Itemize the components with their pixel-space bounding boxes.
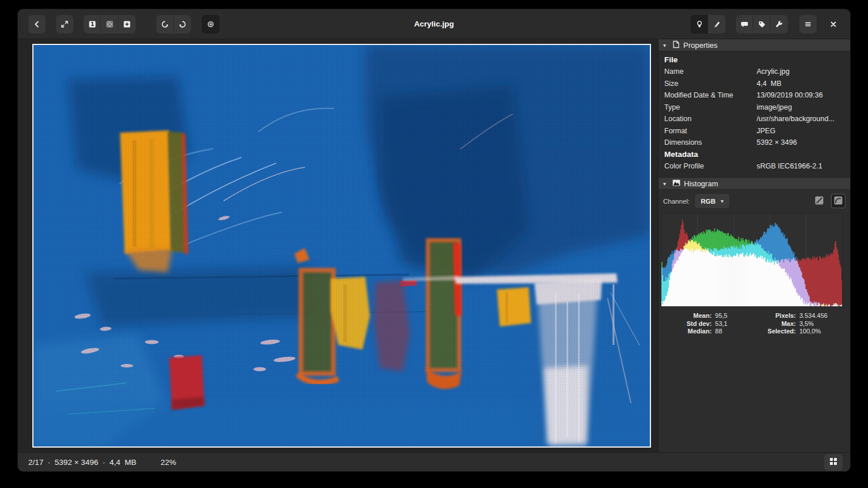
rotate-group — [156, 15, 191, 33]
linear-scale-button[interactable] — [812, 194, 826, 208]
zoom-group: 1 — [84, 15, 136, 33]
stat-row: Max:3,5% — [744, 320, 836, 328]
property-label: Color Profile — [664, 162, 757, 170]
property-label: Modified Date & Time — [664, 91, 757, 99]
property-row: Location/usr/share/background... — [664, 113, 844, 125]
stat-label: Mean: — [659, 312, 712, 320]
property-label: Type — [664, 103, 757, 111]
property-row: Dimensions5392 × 3496 — [664, 137, 844, 149]
wrench-icon — [775, 20, 784, 29]
properties-section-title: Properties — [683, 41, 717, 50]
status-bar: 2/17 · 5392 × 3496 · 4,4 MB 22% — [18, 452, 850, 471]
stat-row: Median:88 — [659, 328, 744, 336]
channel-label: Channel: — [663, 198, 690, 205]
main-menu-button[interactable] — [799, 15, 817, 33]
tools-button[interactable] — [770, 15, 788, 33]
logarithmic-scale-icon — [834, 196, 843, 207]
histogram-section-header[interactable]: ▾ Histogram — [659, 178, 850, 190]
linear-scale-icon — [815, 196, 824, 207]
brush-icon — [712, 20, 721, 29]
fullscreen-group — [56, 15, 73, 33]
properties-sidebar: ▾ Properties File NameAcrylic.jpgSize4,4… — [658, 39, 850, 452]
property-value: 13/09/2019 00:09:36 — [757, 91, 844, 99]
back-button[interactable] — [28, 15, 46, 33]
close-button[interactable] — [825, 15, 842, 33]
fullscreen-icon — [60, 20, 69, 29]
logarithmic-scale-button[interactable] — [831, 194, 845, 208]
file-heading: File — [664, 54, 844, 66]
stats-right-column: Pixels:3.534.456Max:3,5%Selected:100,0% — [744, 312, 836, 336]
fullscreen-button[interactable] — [56, 15, 73, 33]
histogram-image-icon — [672, 179, 680, 188]
property-value: 4,4 MB — [757, 80, 844, 88]
properties-section-header[interactable]: ▾ Properties — [659, 39, 850, 51]
property-label: Dimensions — [664, 138, 757, 147]
collapse-arrow-icon: ▾ — [663, 42, 669, 48]
stat-label: Median: — [659, 328, 712, 336]
contrast-toggle-button[interactable] — [202, 15, 219, 33]
back-icon — [32, 20, 42, 29]
menu-group — [799, 15, 817, 33]
metadata-rows: Color ProfilesRGB IEC61966-2.1 — [664, 160, 844, 172]
histogram-section-title: Histogram — [684, 179, 718, 188]
stat-label: Pixels: — [744, 312, 796, 320]
content-area: ▾ Properties File NameAcrylic.jpgSize4,4… — [18, 39, 850, 452]
image-canvas[interactable] — [32, 44, 651, 448]
zoom-fit-icon — [105, 20, 114, 29]
stat-value: 3.534.456 — [799, 312, 836, 320]
stat-value: 95,5 — [715, 312, 744, 320]
property-label: Location — [664, 115, 757, 123]
stat-value: 100,0% — [799, 328, 836, 336]
histogram-canvas — [661, 213, 842, 306]
property-value: JPEG — [757, 127, 844, 135]
histogram-stats: Mean:95,5Std dev:53,1Median:88 Pixels:3.… — [659, 307, 850, 336]
image-viewer-window: Acrylic.jpg — [17, 9, 851, 472]
artwork-acrylic-painting — [33, 45, 650, 446]
property-row: Modified Date & Time13/09/2019 00:09:36 — [664, 89, 844, 102]
tags-button[interactable] — [753, 15, 770, 33]
close-group — [825, 15, 842, 33]
image-view-area — [18, 39, 658, 452]
channel-dropdown[interactable]: RGB ▾ — [694, 193, 730, 209]
zoom-in-button[interactable] — [118, 15, 136, 33]
histogram-controls: Channel: RGB ▾ — [659, 190, 850, 212]
property-row: Size4,4 MB — [664, 78, 844, 90]
zoom-original-button[interactable]: 1 — [84, 15, 101, 33]
edit-image-button[interactable] — [708, 15, 725, 33]
stat-value: 53,1 — [715, 320, 744, 328]
rotate-right-icon — [178, 20, 187, 29]
comment-button[interactable] — [736, 15, 753, 33]
stat-label: Max: — [744, 320, 796, 328]
stat-label: Selected: — [744, 328, 796, 336]
metadata-heading: Metadata — [664, 149, 844, 160]
close-icon — [829, 20, 838, 29]
property-value: /usr/share/background... — [757, 115, 844, 123]
contrast-group — [202, 15, 219, 33]
annotation-group — [736, 15, 788, 33]
stat-row: Std dev:53,1 — [659, 320, 744, 328]
zoom-in-icon — [122, 20, 132, 29]
stat-value: 88 — [715, 328, 744, 336]
zoom-fit-button[interactable] — [101, 15, 118, 33]
property-label: Size — [664, 80, 757, 88]
view-tools-group — [691, 15, 725, 33]
property-label: Format — [664, 127, 757, 135]
thumbnail-grid-button[interactable] — [824, 454, 843, 471]
property-value: Acrylic.jpg — [757, 67, 844, 76]
collapse-arrow-icon: ▾ — [663, 181, 669, 187]
zoom-original-icon: 1 — [88, 20, 97, 29]
rotate-left-button[interactable] — [156, 15, 174, 33]
properties-toggle-button[interactable] — [691, 15, 708, 33]
stat-value: 3,5% — [799, 320, 836, 328]
channel-value: RGB — [701, 198, 716, 205]
zoom-level: 22% — [160, 458, 176, 467]
desktop: Acrylic.jpg — [0, 0, 868, 488]
property-value: sRGB IEC61966-2.1 — [757, 162, 844, 170]
property-row: FormatJPEG — [664, 125, 844, 137]
back-group — [28, 15, 46, 33]
rotate-right-button[interactable] — [174, 15, 191, 33]
chevron-down-icon: ▾ — [721, 198, 724, 204]
stat-row: Mean:95,5 — [659, 312, 744, 320]
tag-icon — [757, 20, 766, 29]
stat-row: Selected:100,0% — [744, 328, 836, 336]
